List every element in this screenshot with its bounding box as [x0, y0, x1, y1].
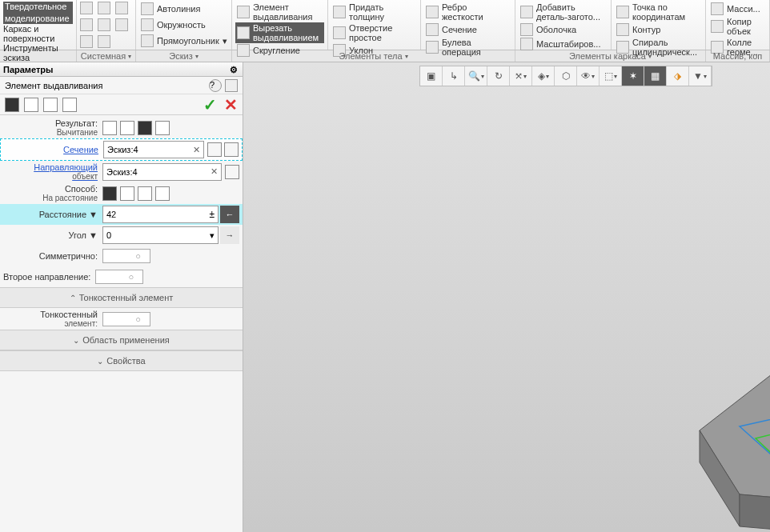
hole-icon: [333, 26, 346, 39]
method-3[interactable]: [138, 186, 152, 201]
group-array[interactable]: Массив, коп: [706, 50, 770, 62]
saveall-icon[interactable]: [115, 18, 128, 31]
cut-extrude-button[interactable]: Вырезатьвыдавливанием: [235, 22, 324, 43]
tree-icon[interactable]: [225, 79, 238, 92]
result-label: Результат:Вычитание: [3, 118, 102, 137]
group-sketch[interactable]: Эскиз: [136, 50, 232, 62]
point-button[interactable]: Точка покоординатам: [615, 2, 702, 22]
section-input[interactable]: Эскиз:4✕: [103, 141, 204, 158]
rect-button[interactable]: Прямоугольник▾: [139, 34, 228, 48]
gear-icon[interactable]: ⚙: [230, 65, 239, 74]
help-icon[interactable]: ?: [209, 79, 222, 92]
autoline-icon: [141, 2, 154, 15]
contour-button[interactable]: Контур: [615, 22, 702, 37]
mode-surface[interactable]: Каркас иповерхности: [3, 24, 73, 43]
method-1[interactable]: [102, 186, 117, 201]
new-icon[interactable]: [80, 2, 93, 14]
section-props[interactable]: Свойства: [0, 350, 243, 371]
section-icon: [426, 23, 439, 36]
thin-toggle[interactable]: ○: [102, 312, 150, 326]
vt-render-icon[interactable]: ⬚: [600, 66, 622, 86]
cut-extrude-icon: [237, 26, 250, 39]
cancel-icon[interactable]: ✕: [224, 96, 238, 114]
result-mode-3[interactable]: [138, 121, 152, 135]
result-mode-1[interactable]: [102, 121, 117, 135]
method-label: Способ:На расстояние: [3, 184, 102, 202]
open-icon[interactable]: [98, 2, 110, 14]
angle-direction-button[interactable]: [220, 226, 239, 244]
second-dir-toggle[interactable]: ○: [95, 270, 143, 284]
mode-solid[interactable]: Твердотельноемоделирование: [3, 2, 73, 24]
apply-icon[interactable]: ✓: [203, 96, 217, 114]
addbody-button[interactable]: Добавитьдеталь-загото...: [519, 2, 608, 22]
clear-guide-icon[interactable]: ✕: [211, 166, 218, 177]
tab-2[interactable]: [24, 98, 38, 112]
tab-4[interactable]: [62, 98, 77, 112]
vt-orient-icon[interactable]: ⤧: [510, 66, 532, 86]
guide-label[interactable]: Направляющийобъект: [3, 162, 102, 181]
vt-filter-icon[interactable]: ▼: [689, 66, 712, 86]
section-scope[interactable]: Область применения: [0, 330, 243, 350]
rib-button[interactable]: Реброжесткости: [424, 2, 511, 22]
circle-icon: [141, 18, 154, 31]
group-frame[interactable]: Элементы каркаса: [515, 50, 706, 62]
group-body[interactable]: Элементы тела: [232, 50, 515, 62]
viewport[interactable]: ▣ ↳ 🔍 ↻ ⤧ ◈ ⬡ 👁 ⬚ ✶ ▦ ⬗ ▼: [243, 62, 770, 532]
extrude-button[interactable]: Элементвыдавливания: [235, 2, 324, 22]
point-icon: [616, 6, 629, 18]
tab-3[interactable]: [43, 98, 58, 112]
reverse-direction-button[interactable]: [220, 206, 239, 223]
bw-icon[interactable]: [98, 18, 110, 31]
vt-shade-icon[interactable]: ◈: [532, 66, 555, 86]
array-button[interactable]: Масси...: [709, 2, 766, 16]
result-mode-2[interactable]: [120, 121, 134, 135]
tab-1[interactable]: [5, 98, 19, 112]
group-system[interactable]: Системная: [77, 50, 136, 62]
section-thin[interactable]: Тонкостенный элемент: [0, 287, 243, 308]
sketch-section-icon[interactable]: [224, 142, 239, 157]
vt-select-icon[interactable]: ⬗: [667, 66, 689, 86]
copy-button[interactable]: Копиробъек: [709, 16, 766, 37]
clear-section-icon[interactable]: ✕: [193, 145, 200, 155]
contour-icon: [616, 23, 629, 36]
vt-axis-icon[interactable]: ↳: [443, 66, 465, 86]
distance-label[interactable]: Расстояние ▼: [3, 210, 102, 219]
thicken-button[interactable]: Придатьтолщину: [331, 2, 417, 22]
section-label[interactable]: Сечение: [4, 145, 103, 154]
result-mode-4[interactable]: [155, 121, 170, 135]
second-dir-label: Второе направление:: [3, 272, 95, 282]
parameters-panel: Параметры ⚙ Элемент выдавливания ? ✓ ✕: [0, 62, 243, 532]
thin-label: Тонкостенныйэлемент:: [3, 310, 102, 328]
redo-icon[interactable]: [98, 35, 110, 48]
section-button[interactable]: Сечение: [424, 22, 511, 37]
symmetric-toggle[interactable]: ○: [102, 249, 150, 263]
angle-input[interactable]: 0▾: [102, 226, 219, 244]
vt-wire-icon[interactable]: ⬡: [555, 66, 577, 86]
save-icon[interactable]: [115, 2, 128, 14]
undo-icon[interactable]: [80, 35, 93, 48]
addbody-icon: [520, 6, 533, 18]
circle-button[interactable]: Окружность: [139, 18, 228, 32]
vt-mode1-icon[interactable]: ✶: [622, 66, 644, 86]
scale-button[interactable]: Масштабиров...: [519, 37, 608, 51]
extrude-icon: [237, 6, 250, 18]
vt-mode2-icon[interactable]: ▦: [644, 66, 667, 86]
vt-zoom-icon[interactable]: 🔍: [465, 66, 487, 86]
scale-icon: [520, 38, 533, 50]
shell-button[interactable]: Оболочка: [519, 22, 608, 37]
pick-guide-icon[interactable]: [225, 165, 239, 179]
method-2[interactable]: [120, 186, 134, 201]
distance-input[interactable]: 42±: [102, 206, 219, 223]
hole-button[interactable]: Отверстиепростое: [331, 22, 417, 43]
pick-section-icon[interactable]: [207, 142, 222, 157]
autoline-button[interactable]: Автолиния: [139, 2, 228, 16]
vt-nav-icon[interactable]: ▣: [420, 66, 443, 86]
print-icon[interactable]: [80, 18, 93, 31]
method-4[interactable]: [155, 186, 170, 201]
array-icon: [711, 2, 724, 15]
vt-rotate-icon[interactable]: ↻: [487, 66, 510, 86]
vt-vis-icon[interactable]: 👁: [577, 66, 600, 86]
guide-input[interactable]: Эскиз:4✕: [102, 163, 222, 181]
angle-label[interactable]: Угол ▼: [3, 230, 102, 240]
model-3d[interactable]: ⌀30 +0.51 (17.81): [668, 254, 770, 532]
